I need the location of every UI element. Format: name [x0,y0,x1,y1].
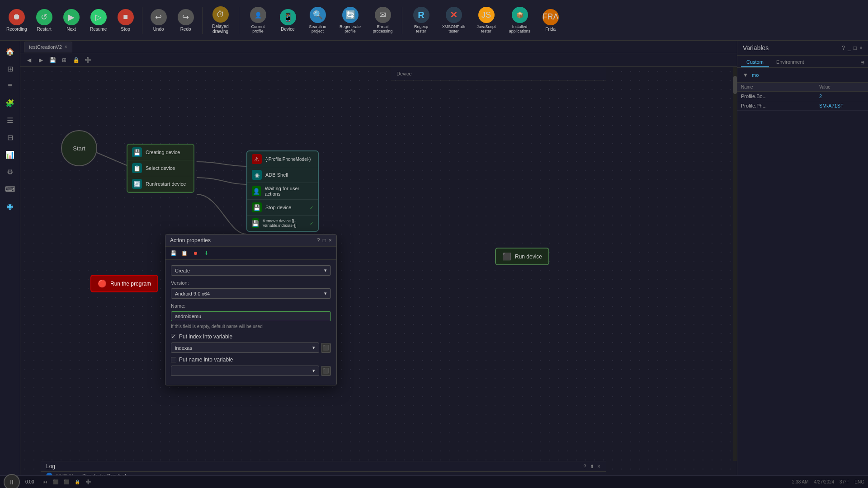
sidebar-chart-icon[interactable]: 📊 [3,147,17,162]
email-icon: ✉ [375,7,391,23]
pause-btn[interactable]: ⏸ [4,474,20,488]
log-close-btn[interactable]: × [598,464,600,469]
create-dropdown[interactable]: Create ▾ [171,265,331,276]
log-header: Log ? ⬆ × [41,461,606,472]
node-remove-device[interactable]: 💾 Remove device [{-Variable.indexas-}] ✓ [247,216,318,231]
tab-close-btn[interactable]: × [65,44,67,49]
toolbar-btn-restart[interactable]: ↺ Restart [32,3,57,38]
node-stop-device[interactable]: 💾 Stop device ✓ [247,200,318,216]
var-row-2[interactable]: Profile.Ph... SM-A71SF [737,101,868,111]
toolbar-btn-next[interactable]: ▶ Next [59,3,84,38]
toolbar-btn-current-profile[interactable]: 👤 Current profile [243,3,274,38]
canvas-scrollbar[interactable] [733,67,737,461]
panel-minimize-btn[interactable]: _ [848,45,851,51]
toolbar-btn-regexp-tester[interactable]: R Regexp tester [406,3,437,38]
sidebar-layers-icon[interactable]: ≡ [3,79,17,93]
sidebar-circle-icon[interactable]: ◉ [3,199,17,213]
put-name-checkbox[interactable] [171,357,176,362]
toolbar-btn-search-in-project[interactable]: 🔍 Search in project [302,3,333,38]
dialog-titlebar: Action properties ? □ × [165,235,336,247]
tab-custom[interactable]: Custom [741,57,769,67]
dialog-help-btn[interactable]: ? [317,237,320,244]
node-phone-model[interactable]: ⚠ {-Profile.PhoneModel-} [247,151,318,167]
start-node[interactable]: Start [61,130,97,166]
sidebar-terminal-icon[interactable]: ⌨ [3,182,17,196]
redo-icon: ↪ [178,9,194,25]
canvas-tool-lock[interactable]: 🔒 [71,55,81,65]
panel-close-btn[interactable]: × [859,45,863,51]
put-index-row: ✓ Put index into variable [171,333,331,340]
sidebar-table-icon[interactable]: ⊟ [3,130,17,145]
left-node-group: 💾 Creating device 📋 Select device 🔄 Run/… [127,144,194,193]
sidebar-home-icon[interactable]: 🏠 [3,44,17,59]
remove-device-icon: 💾 [252,218,259,228]
node-waiting-user[interactable]: 👤 Waiting for user actions [247,183,318,200]
node-select-device[interactable]: 📋 Select device [127,160,193,176]
panel-filter-icon[interactable]: ⊟ [860,60,864,66]
name-input[interactable] [171,311,331,321]
log-expand-btn[interactable]: ⬆ [590,464,594,469]
canvas-tool-back[interactable]: ◀ [24,55,34,65]
svg-line-0 [95,152,129,166]
var-row-1[interactable]: Profile.Bo... 2 [737,92,868,101]
javascript-icon: JS [478,7,495,23]
canvas-tool-grid[interactable]: ⊞ [59,55,69,65]
dialog-close-btn[interactable]: × [329,237,332,244]
canvas-tool-forward[interactable]: ▶ [36,55,46,65]
run-program-node[interactable]: 🔴 Run the program [90,275,158,292]
toolbar-btn-installed-applications[interactable]: 📦 Installed applications [504,3,536,38]
name-var-dropdown[interactable]: ▾ [171,366,319,376]
tab-environment[interactable]: Environment [771,57,810,67]
toolbar-btn-xjsonpath-tester[interactable]: ✕ X/JSONPath tester [439,3,469,38]
sidebar-settings-icon[interactable]: ⚙ [3,164,17,179]
sidebar-puzzle-icon[interactable]: 🧩 [3,96,17,110]
toolbar-btn-frida[interactable]: FRΛ Frida [538,3,563,38]
dialog-tool-record[interactable]: ⏺ [191,249,200,258]
right-node-group: ⚠ {-Profile.PhoneModel-} ◉ ADB Shell 👤 W… [246,150,319,232]
toolbar-btn-resume[interactable]: ▷ Resume [86,3,111,38]
canvas-tool-plus[interactable]: ➕ [83,55,93,65]
toolbar-btn-stop[interactable]: ■ Stop [113,3,138,38]
device-label: Device [391,67,606,80]
index-var-btn[interactable]: ⬛ [321,343,331,353]
node-creating-device[interactable]: 💾 Creating device [127,145,193,160]
toolbar-btn-email-processing[interactable]: ✉ E-mail processing [368,3,398,38]
canvas-tool-save[interactable]: 💾 [47,55,57,65]
index-var-dropdown[interactable]: indexas ▾ [171,343,319,353]
put-name-row: Put name into variable [171,357,331,363]
name-var-btn[interactable]: ⬛ [321,366,331,376]
version-dropdown[interactable]: Android 9.0 x64 ▾ [171,288,331,299]
log-help-btn[interactable]: ? [583,464,586,469]
node-adb-shell[interactable]: ◉ ADB Shell [247,167,318,183]
toolbar: ⏺ Recording ↺ Restart ▶ Next ▷ Resume ■ … [0,0,868,41]
node-run-restart-device[interactable]: 🔄 Run/restart device [127,176,193,192]
canvas-tab[interactable]: testCreationV2 × [24,42,72,52]
canvas-tools: ◀ ▶ 💾 ⊞ 🔒 ➕ [20,53,737,67]
sidebar-grid-icon[interactable]: ⊞ [3,61,17,76]
scrollbar-thumb[interactable] [733,76,737,94]
phone-model-icon: ⚠ [252,154,262,164]
toolbar-btn-redo[interactable]: ↪ Redo [173,3,198,38]
dialog-maximize-btn[interactable]: □ [323,237,326,244]
toolbar-btn-regenerate-profile[interactable]: 🔄 Regenerate profile [335,3,366,38]
toolbar-btn-recording[interactable]: ⏺ Recording [4,3,30,38]
panel-help-btn[interactable]: ? [842,45,845,51]
run-device-node[interactable]: ⬛ Run device [495,248,549,265]
run-program-icon: 🔴 [98,279,107,288]
var-table-header: Name Value [737,83,868,92]
variables-table: Name Value Profile.Bo... 2 Profile.Ph...… [737,83,868,488]
toolbar-btn-delayed-drawing[interactable]: ⏱ Delayed drawing [206,3,235,38]
variable-search-input[interactable] [752,72,864,78]
toolbar-btn-javascript-tester[interactable]: JS JavaScript tester [471,3,502,38]
toolbar-btn-undo[interactable]: ↩ Undo [146,3,171,38]
dialog-tool-save[interactable]: 💾 [169,249,178,258]
flow-canvas[interactable]: Start 💾 Creating device 📋 Select device … [20,67,737,488]
dialog-tool-down[interactable]: ⬇ [202,249,211,258]
toolbar-btn-device[interactable]: 📱 Device [275,3,301,38]
sidebar-list-icon[interactable]: ☰ [3,113,17,127]
next-icon: ▶ [63,9,80,25]
panel-maximize-btn[interactable]: □ [854,45,857,51]
dialog-tool-copy[interactable]: 📋 [180,249,189,258]
filter-icon[interactable]: ▼ [741,70,750,80]
put-index-checkbox[interactable]: ✓ [171,334,176,339]
